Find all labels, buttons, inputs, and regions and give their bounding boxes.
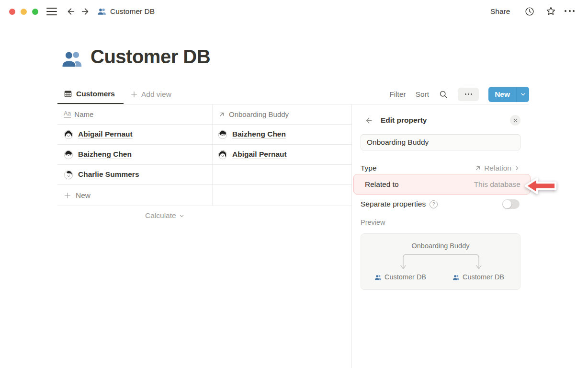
calculate-button[interactable]: Calculate (145, 211, 185, 220)
traffic-close-button[interactable] (9, 9, 15, 15)
edit-property-panel: Edit property Type Relation Related to T… (351, 104, 588, 368)
preview-label: Preview (361, 218, 385, 226)
back-icon[interactable] (364, 116, 373, 125)
avatar-charlie (64, 170, 73, 180)
relation-arrow-icon (218, 111, 226, 118)
separate-properties-row: Separate properties ? (361, 197, 520, 211)
new-row-label: New (76, 191, 90, 200)
title-property-icon: Aa (64, 111, 71, 118)
toggle-knob (503, 200, 511, 208)
avatar-abigail (64, 130, 73, 139)
add-view-label: Add view (141, 90, 171, 99)
star-icon[interactable] (545, 6, 556, 17)
table-row: Charlie Summers (57, 165, 351, 185)
related-value: This database (474, 180, 520, 189)
property-name-input[interactable] (361, 134, 520, 150)
separate-properties-label: Separate properties (361, 200, 426, 208)
avatar-abigail (218, 150, 227, 160)
panel-title: Edit property (381, 116, 427, 125)
new-button-label: New (488, 90, 516, 99)
people-icon (374, 274, 382, 281)
customers-table: Aa Name Onboarding Buddy Abigail Pernaut (57, 104, 351, 225)
tab-label: Customers (76, 90, 115, 98)
breadcrumb[interactable]: Customer DB (110, 0, 155, 23)
tab-customers[interactable]: Customers (57, 84, 124, 104)
chevron-down-icon[interactable] (517, 91, 529, 97)
page-link[interactable]: Abigail Pernaut (232, 150, 287, 159)
sort-button[interactable]: Sort (416, 90, 429, 99)
view-bar: Customers Add view Filter Sort New (57, 84, 529, 104)
type-row[interactable]: Type Relation (361, 161, 520, 175)
new-row-button[interactable]: New (57, 185, 351, 206)
preview-database-right: Customer DB (452, 273, 504, 281)
column-header-name[interactable]: Aa Name (64, 110, 93, 118)
preview-database-left: Customer DB (374, 273, 426, 281)
column-header-buddy[interactable]: Onboarding Buddy (218, 110, 289, 118)
page-link[interactable]: Abigail Pernaut (78, 130, 133, 139)
traffic-minimize-button[interactable] (21, 9, 27, 15)
avatar-baizheng (64, 150, 73, 160)
preview-db-right-label: Customer DB (463, 273, 504, 281)
more-icon[interactable] (565, 10, 575, 12)
type-value: Relation (484, 164, 511, 172)
chevron-right-icon (514, 165, 520, 172)
people-icon (97, 7, 106, 16)
related-to-row[interactable]: Related to This database (353, 174, 531, 195)
calculate-row: Calculate (57, 206, 351, 225)
view-options-button[interactable] (458, 88, 479, 101)
help-icon[interactable]: ? (430, 200, 438, 208)
clock-icon[interactable] (524, 6, 535, 17)
page-title[interactable]: Customer DB (90, 46, 210, 68)
avatar-baizheng (218, 130, 227, 139)
relation-preview: Onboarding Buddy Customer DB Customer DB (361, 233, 520, 290)
plus-icon (130, 91, 138, 98)
column-divider (212, 104, 213, 206)
sidebar-menu-icon[interactable] (46, 8, 57, 15)
calculate-label: Calculate (145, 211, 176, 220)
table-row: Baizheng Chen Abigail Pernaut (57, 145, 351, 165)
relation-arrow-icon (474, 164, 482, 172)
preview-db-left-label: Customer DB (384, 273, 426, 281)
column-buddy-label: Onboarding Buddy (229, 110, 289, 118)
add-view-button[interactable]: Add view (130, 84, 171, 104)
relation-connector-icon (361, 234, 521, 290)
share-button[interactable]: Share (490, 0, 510, 23)
type-label: Type (361, 164, 377, 172)
separate-properties-toggle[interactable] (502, 199, 520, 209)
filter-button[interactable]: Filter (389, 90, 406, 99)
table-row: Abigail Pernaut Baizheng Chen (57, 125, 351, 145)
related-label: Related to (365, 180, 399, 189)
page-people-icon[interactable] (61, 47, 83, 69)
page-link[interactable]: Charlie Summers (78, 170, 139, 179)
table-view-icon (64, 90, 72, 98)
plus-icon (64, 192, 71, 199)
search-icon[interactable] (439, 90, 448, 99)
traffic-zoom-button[interactable] (32, 9, 38, 15)
page-link[interactable]: Baizheng Chen (232, 130, 286, 139)
new-button[interactable]: New (488, 87, 529, 102)
close-icon[interactable] (510, 115, 520, 126)
column-name-label: Name (74, 110, 93, 118)
people-icon (452, 274, 460, 281)
titlebar: Customer DB Share (0, 0, 588, 23)
page-link[interactable]: Baizheng Chen (78, 150, 132, 159)
back-icon[interactable] (65, 6, 76, 17)
forward-icon[interactable] (80, 6, 91, 17)
table-header-row: Aa Name Onboarding Buddy (57, 104, 351, 125)
